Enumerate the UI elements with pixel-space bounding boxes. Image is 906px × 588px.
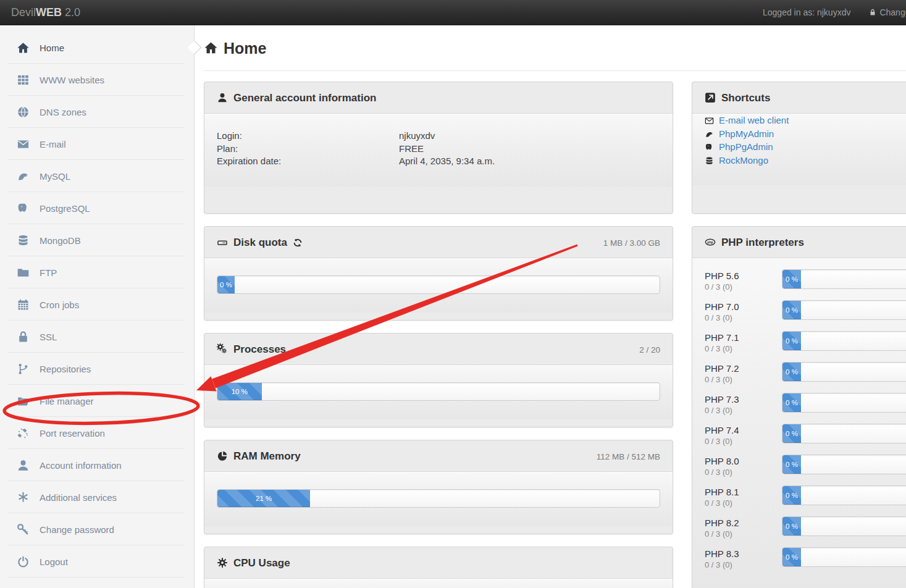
php-progress-fill: 0 % <box>782 517 801 536</box>
php-progress-track: 0 % <box>782 547 906 567</box>
sidebar-item-label: Account information <box>40 460 122 471</box>
sidebar-item-label: WWW websites <box>40 75 104 85</box>
panel-disk-quota: Disk quota 1 MB / 3.00 GB 0 % <box>204 226 673 321</box>
sidebar-item-additional-services[interactable]: Additional services <box>0 481 194 513</box>
sidebar-item-home[interactable]: Home <box>0 32 194 64</box>
sidebar-item-label: Change password <box>40 524 114 535</box>
php-usage-label: 0 / 3 (0) <box>705 313 782 324</box>
php-usage-label: 0 / 3 (0) <box>705 343 782 355</box>
change-password-link[interactable]: Change password <box>869 7 906 17</box>
sidebar-item-label: DNS zones <box>40 107 86 117</box>
sidebar-item-postgresql[interactable]: PostgreSQL <box>0 192 194 224</box>
devilweb-dashboard: { "topbar": { "brand_prefix": "Devil", "… <box>0 0 906 588</box>
panel-php-interpreters: phpPHP interpreters PHP 5.60 / 3 (0)0 %P… <box>692 226 906 588</box>
php-version-label: PHP 7.4 <box>705 424 782 436</box>
sidebar-item-port-reservation[interactable]: Port reservation <box>0 417 194 449</box>
processes-progress-fill: 10 % <box>217 383 262 400</box>
sidebar-item-repositories[interactable]: Repositories <box>0 353 194 385</box>
shortcut-link-e-mail-web-client[interactable]: E-mail web client <box>705 114 906 127</box>
refresh-icon[interactable] <box>293 238 303 248</box>
sidebar-item-logout[interactable]: Logout <box>0 545 194 578</box>
php-version-label: PHP 7.3 <box>705 393 782 405</box>
php-row-php-7-0: PHP 7.00 / 3 (0)0 % <box>705 300 906 331</box>
hdd-icon <box>217 237 228 248</box>
external-link-icon <box>705 92 716 103</box>
svg-text:php: php <box>707 240 713 244</box>
right-column: Shortcuts E-mail web clientPhpMyAdminPhp… <box>692 82 906 588</box>
sidebar-item-account-information[interactable]: Account information <box>0 449 194 481</box>
php-row-php-7-3: PHP 7.30 / 3 (0)0 % <box>705 393 906 424</box>
sidebar-item-e-mail[interactable]: E-mail <box>0 128 194 160</box>
php-progress-fill: 0 % <box>782 393 801 412</box>
sidebar-item-dns-zones[interactable]: DNS zones <box>0 96 194 128</box>
sidebar-item-file-manager[interactable]: File manager <box>0 385 194 417</box>
php-usage-label: 0 / 3 (0) <box>705 405 782 416</box>
shortcut-link-phppgadmin[interactable]: PhpPgAdmin <box>705 140 906 154</box>
www-grid-icon <box>17 74 30 86</box>
account-row-label: Expiration date: <box>217 155 399 168</box>
php-progress-fill: 0 % <box>782 301 801 319</box>
home-icon <box>17 41 30 54</box>
sidebar-item-label: Additional services <box>40 492 117 503</box>
php-logo-icon: php <box>705 237 716 248</box>
account-row-value: FREE <box>399 143 424 156</box>
php-progress-track: 0 % <box>782 424 906 443</box>
sidebar-item-label: File manager <box>40 396 94 406</box>
shortcut-link-rockmongo[interactable]: RockMongo <box>705 154 906 167</box>
mongodb-icon <box>705 156 714 165</box>
ftp-folder-icon <box>17 266 30 279</box>
home-icon <box>204 41 218 55</box>
sidebar-item-label: MongoDB <box>40 235 81 246</box>
sidebar-item-change-password[interactable]: Change password <box>0 513 194 545</box>
account-user-icon <box>17 459 30 472</box>
logged-in-as-label: Logged in as: njkuyxdv <box>763 7 850 17</box>
shortcut-link-phpmyadmin[interactable]: PhpMyAdmin <box>705 127 906 141</box>
file-manager-folder-icon <box>17 395 30 408</box>
mongodb-icon <box>17 234 30 247</box>
sidebar-item-label: Home <box>40 43 64 53</box>
php-progress-track: 0 % <box>782 516 906 536</box>
additional-services-icon <box>17 491 30 504</box>
php-version-label: PHP 8.0 <box>705 455 782 467</box>
sidebar-item-mongodb[interactable]: MongoDB <box>0 224 194 256</box>
php-row-php-7-4: PHP 7.40 / 3 (0)0 % <box>705 424 906 455</box>
gear-icon <box>217 557 228 568</box>
panel-title: RAM Memory <box>217 450 301 462</box>
sidebar-item-label: FTP <box>40 267 57 278</box>
sidebar: HomeWWW websitesDNS zonesE-mailMySQLPost… <box>0 25 195 588</box>
panel-cpu-usage: CPU Usage <box>204 547 673 588</box>
panel-shortcuts: Shortcuts E-mail web clientPhpMyAdminPhp… <box>692 82 906 214</box>
pie-chart-icon <box>217 450 228 461</box>
php-version-label: PHP 8.1 <box>705 486 782 498</box>
sidebar-item-ssl[interactable]: SSL <box>0 321 194 353</box>
php-rows: PHP 5.60 / 3 (0)0 %PHP 7.00 / 3 (0)0 %PH… <box>692 258 906 588</box>
shortcut-label: RockMongo <box>719 154 768 167</box>
sidebar-item-www-websites[interactable]: WWW websites <box>0 64 194 96</box>
sidebar-item-label: PostgreSQL <box>40 203 90 214</box>
php-row-php-8-1: PHP 8.10 / 3 (0)0 % <box>705 485 906 516</box>
shortcuts-list: E-mail web clientPhpMyAdminPhpPgAdminRoc… <box>692 113 906 185</box>
sidebar-item-ftp[interactable]: FTP <box>0 256 194 288</box>
panel-ram-memory: RAM Memory 112 MB / 512 MB 21 % <box>204 440 673 534</box>
app-logo: DevilWEB 2.0 <box>11 0 80 25</box>
php-row-php-8-0: PHP 8.00 / 3 (0)0 % <box>705 455 906 485</box>
panel-title: Disk quota <box>217 237 303 248</box>
php-progress-track: 0 % <box>782 485 906 505</box>
panel-title: Shortcuts <box>705 92 770 104</box>
php-progress-track: 0 % <box>782 300 906 320</box>
ram-progress-track: 21 % <box>217 489 660 508</box>
php-progress-fill: 0 % <box>782 455 801 474</box>
processes-progress-track: 10 % <box>217 382 660 401</box>
sidebar-item-cron-jobs[interactable]: Cron jobs <box>0 288 194 321</box>
sidebar-item-label: Logout <box>40 556 68 567</box>
php-version-label: PHP 7.2 <box>705 363 782 374</box>
shortcut-label: PhpMyAdmin <box>719 127 774 141</box>
panel-general-account: General account information Login:njkuyx… <box>204 82 673 214</box>
php-progress-track: 0 % <box>782 455 906 474</box>
php-row-php-7-2: PHP 7.20 / 3 (0)0 % <box>705 362 906 393</box>
sidebar-item-mysql[interactable]: MySQL <box>0 160 194 192</box>
mysql-icon <box>17 170 30 183</box>
ssl-lock-icon <box>17 330 30 343</box>
account-row-plan: Plan:FREE <box>217 143 660 156</box>
php-row-php-5-6: PHP 5.60 / 3 (0)0 % <box>705 269 906 300</box>
